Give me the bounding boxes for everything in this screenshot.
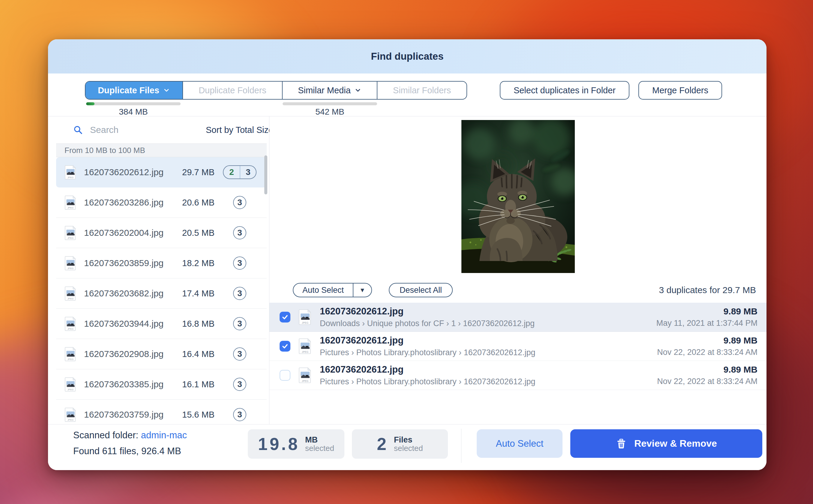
jpeg-file-icon (299, 367, 312, 383)
duplicate-file-size: 9.89 MB (657, 365, 757, 375)
found-files-summary: Found 611 files, 926.4 MB (73, 446, 187, 457)
file-name: 1620736202004.jpg (84, 228, 175, 238)
footer-divider (461, 429, 461, 463)
file-list: 1620736202612.jpg 29.7 MB 2 3 1620736203… (56, 157, 267, 424)
file-name: 1620736203859.jpg (84, 258, 175, 268)
similar-media-size: 542 MB (283, 107, 377, 117)
duplicate-file-size: 9.89 MB (656, 306, 757, 317)
mb-caption: selected (305, 444, 334, 452)
file-list-item[interactable]: 1620736203759.jpg 15.6 MB 3 (56, 400, 267, 424)
duplicates-panel: Auto Select ▼ Deselect All 3 duplicates … (269, 116, 767, 424)
app-window: Back Find duplicates Get Pro Duplicate F… (48, 39, 767, 470)
jpeg-file-icon (65, 195, 77, 210)
scanned-folder-label: Scanned folder: (73, 430, 141, 440)
search-input[interactable] (90, 125, 206, 135)
duplicate-checkbox[interactable] (280, 370, 290, 381)
scan-type-tabs: Duplicate Files Duplicate Folders Simila… (85, 81, 467, 100)
file-size: 16.8 MB (175, 319, 215, 329)
auto-select-button[interactable]: Auto Select (293, 283, 353, 297)
jpeg-file-icon (65, 317, 77, 331)
auto-select-split-button: Auto Select ▼ (293, 283, 372, 297)
tab-label: Duplicate Folders (199, 85, 266, 95)
file-list-item[interactable]: 1620736203859.jpg 18.2 MB 3 (56, 248, 267, 278)
file-list-item[interactable]: 1620736202612.jpg 29.7 MB 2 3 (56, 157, 267, 187)
duplicate-count-badge: 3 (233, 317, 246, 330)
mb-selected-value: 19.8 (258, 434, 300, 454)
check-icon (281, 313, 289, 321)
sort-dropdown[interactable]: Sort by Total Size (206, 125, 273, 135)
merge-folders-button[interactable]: Merge Folders (638, 81, 722, 100)
selection-controls: Auto Select ▼ Deselect All 3 duplicates … (293, 283, 756, 297)
duplicate-file-path: Downloads › Unique photos for CF › 1 › 1… (320, 319, 656, 328)
jpeg-file-icon (65, 377, 77, 392)
footer-auto-select-button[interactable]: Auto Select (477, 429, 563, 458)
file-list-item[interactable]: 1620736203286.jpg 20.6 MB 3 (56, 187, 267, 218)
trash-icon (616, 438, 627, 449)
review-remove-label: Review & Remove (634, 438, 717, 449)
file-name: 1620736203682.jpg (84, 288, 175, 299)
duplicate-count-badge: 3 (233, 378, 246, 391)
file-size: 17.4 MB (175, 289, 215, 299)
jpeg-file-icon (65, 286, 77, 301)
duplicate-checkbox[interactable] (280, 312, 290, 323)
file-size: 18.2 MB (175, 258, 215, 268)
jpeg-file-icon (299, 309, 312, 325)
file-size: 20.5 MB (175, 228, 215, 238)
files-selected-stat: 2 Files selected (352, 429, 448, 459)
tab-label: Similar Folders (393, 85, 451, 95)
file-list-item[interactable]: 1620736203385.jpg 16.1 MB 3 (56, 369, 267, 400)
jpeg-file-icon (65, 347, 77, 361)
sidebar-scrollbar[interactable] (264, 155, 267, 194)
scan-info: Scanned folder: admin-mac Found 611 file… (73, 430, 187, 457)
duplicate-files-progressbar (86, 102, 181, 105)
auto-select-dropdown-icon[interactable]: ▼ (353, 283, 371, 297)
duplicate-row[interactable]: 1620736202612.jpg Downloads › Unique pho… (269, 303, 767, 332)
mb-selected-stat: 19.8 MB selected (248, 429, 344, 459)
footer-bar: Scanned folder: admin-mac Found 611 file… (48, 424, 767, 470)
jpeg-file-icon (65, 256, 77, 271)
duplicate-count-badge: 3 (233, 408, 246, 421)
duplicate-count-badge: 3 (233, 287, 246, 300)
duplicate-files-size: 384 MB (86, 107, 181, 117)
tab-duplicate-folders[interactable]: Duplicate Folders (183, 82, 283, 99)
duplicate-row[interactable]: 1620736202612.jpg Pictures › Photos Libr… (269, 361, 767, 390)
file-size: 15.6 MB (175, 410, 215, 420)
tab-duplicate-files[interactable]: Duplicate Files (85, 82, 183, 99)
review-remove-button[interactable]: Review & Remove (570, 429, 762, 458)
tab-similar-media[interactable]: Similar Media (283, 82, 377, 99)
file-list-item[interactable]: 1620736203682.jpg 17.4 MB 3 (56, 278, 267, 309)
page-title: Find duplicates (48, 39, 767, 73)
duplicate-checkbox[interactable] (280, 341, 290, 352)
duplicate-row[interactable]: 1620736202612.jpg Pictures › Photos Libr… (269, 332, 767, 361)
file-name: 1620736202612.jpg (84, 167, 175, 177)
duplicate-file-path: Pictures › Photos Library.photoslibrary … (320, 348, 657, 357)
select-duplicates-in-folder-button[interactable]: Select duplicates in Folder (500, 81, 629, 100)
chevron-down-icon (354, 87, 361, 94)
scanned-folder-link[interactable]: admin-mac (141, 430, 187, 440)
file-sidebar: Sort by Total Size ▾ From 10 MB to 100 M… (48, 116, 269, 424)
tab-label: Similar Media (298, 85, 351, 95)
progress-fill (86, 102, 95, 105)
title-bar: Back Find duplicates Get Pro (48, 39, 767, 73)
files-caption: selected (394, 444, 423, 452)
file-size: 29.7 MB (175, 167, 215, 177)
tab-similar-folders[interactable]: Similar Folders (377, 82, 467, 99)
files-unit: Files (394, 436, 423, 444)
duplicate-count-badge: 3 (233, 257, 246, 270)
duplicate-file-name: 1620736202612.jpg (320, 364, 657, 375)
duplicate-count-badge: 2 3 (223, 165, 257, 179)
file-list-item[interactable]: 1620736202004.jpg 20.5 MB 3 (56, 218, 267, 248)
jpeg-file-icon (65, 407, 77, 422)
file-list-item[interactable]: 1620736202908.jpg 16.4 MB 3 (56, 339, 267, 369)
tab-label: Duplicate Files (98, 85, 159, 95)
search-row: Sort by Total Size ▾ (48, 116, 269, 143)
duplicate-count-badge: 3 (233, 196, 246, 209)
duplicate-file-path: Pictures › Photos Library.photoslibrary … (320, 377, 657, 386)
duplicate-count-badge: 3 (233, 226, 246, 239)
duplicate-file-date: May 11, 2021 at 1:37:44 PM (656, 319, 757, 328)
duplicates-summary: 3 duplicates for 29.7 MB (659, 285, 756, 295)
file-list-item[interactable]: 1620736203944.jpg 16.8 MB 3 (56, 309, 267, 339)
file-name: 1620736202908.jpg (84, 349, 175, 359)
deselect-all-button[interactable]: Deselect All (389, 283, 453, 297)
preview-image (461, 120, 575, 273)
